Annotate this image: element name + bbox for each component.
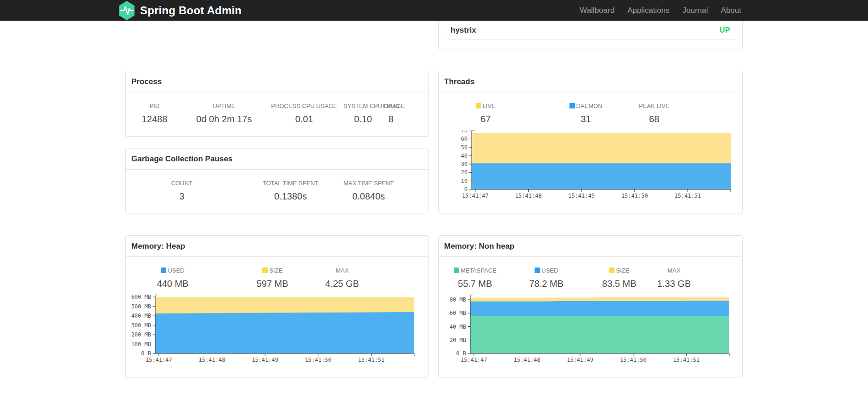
legend-value: 68 — [639, 114, 669, 125]
legend-item: USED 440 MB — [126, 267, 220, 289]
legend-item: USED 78.2 MB — [512, 267, 581, 289]
metric-label: SYSTEM CPU USAGE — [344, 102, 383, 109]
legend-value: 31 — [533, 114, 639, 125]
process-metrics: PID 12488 UPTIME 0d 0h 2m 17s PROCESS CP… — [126, 92, 428, 125]
metric: SYSTEM CPU USAGE 0.10 — [344, 102, 383, 125]
memory-heap-chart: 0 B100 MB200 MB300 MB400 MB500 MB600 MB1… — [126, 295, 421, 366]
metric-value: 0.01 — [265, 114, 344, 125]
heap-legend: USED 440 MB SIZE 597 MB MAX 4.25 GB — [126, 257, 428, 289]
legend-value: 83.5 MB — [581, 279, 657, 289]
svg-text:15:41:51: 15:41:51 — [358, 357, 385, 363]
legend-label: SIZE — [581, 267, 657, 274]
metric-label: UPTIME — [183, 102, 265, 109]
brand-link[interactable]: Spring Boot Admin — [0, 1, 242, 20]
memory-heap-panel: Memory: Heap USED 440 MB SIZE 597 MB MAX… — [125, 235, 428, 377]
svg-text:50: 50 — [461, 144, 468, 151]
svg-text:60 MB: 60 MB — [450, 310, 466, 316]
legend-item: PEAK LIVE 68 — [639, 102, 669, 125]
threads-legend: LIVE 67 DAEMON 31 PEAK LIVE 68 — [439, 92, 742, 125]
legend-label: DAEMON — [533, 102, 639, 109]
legend-label: SIZE — [220, 267, 325, 274]
svg-text:500 MB: 500 MB — [131, 303, 151, 310]
legend-swatch-icon — [161, 268, 166, 273]
metric-label: PROCESS CPU USAGE — [265, 102, 344, 109]
legend-value: 440 MB — [126, 279, 220, 289]
legend-swatch-icon — [454, 268, 459, 273]
nav-link[interactable]: About — [715, 0, 748, 21]
svg-text:15:41:49: 15:41:49 — [567, 357, 593, 363]
legend-label: USED — [512, 267, 581, 274]
nav-link[interactable]: Wallboard — [573, 0, 621, 21]
svg-text:100 MB: 100 MB — [131, 341, 151, 347]
svg-text:60: 60 — [461, 136, 468, 142]
memory-nonheap-panel: Memory: Non heap METASPACE 55.7 MB USED … — [438, 235, 743, 377]
svg-text:15:41:48: 15:41:48 — [515, 193, 542, 199]
svg-text:40: 40 — [461, 153, 468, 159]
svg-text:20 MB: 20 MB — [450, 337, 466, 343]
metric: COUNT 3 — [126, 180, 237, 202]
threads-chart: 01020304050607015:41:4715:41:4815:41:491… — [442, 131, 737, 202]
legend-value: 67 — [439, 114, 533, 125]
svg-text:10: 10 — [461, 178, 468, 184]
metric-label: TOTAL TIME SPENT — [237, 180, 343, 187]
legend-swatch-icon — [262, 268, 268, 273]
metric-value: 0.10 — [344, 114, 383, 125]
legend-item: MAX 4.25 GB — [325, 267, 359, 289]
process-panel: Process PID 12488 UPTIME 0d 0h 2m 17s PR… — [125, 71, 428, 137]
metric-label: COUNT — [126, 180, 237, 187]
svg-text:40 MB: 40 MB — [450, 324, 466, 330]
svg-text:300 MB: 300 MB — [131, 322, 151, 329]
svg-text:0 B: 0 B — [456, 350, 466, 357]
metric-value: 8 — [383, 114, 399, 125]
svg-text:15:41:48: 15:41:48 — [199, 357, 225, 363]
panel-title: Process — [126, 71, 428, 92]
nav-link[interactable]: Applications — [621, 0, 676, 21]
metric-value: 12488 — [126, 114, 183, 125]
svg-text:15:41:47: 15:41:47 — [462, 193, 489, 199]
svg-text:15:41:50: 15:41:50 — [305, 357, 332, 363]
svg-text:30: 30 — [461, 161, 468, 167]
legend-swatch-icon — [535, 268, 540, 273]
metric-label: MAX TIME SPENT — [344, 180, 394, 187]
health-service-name: hystrix — [451, 26, 476, 35]
metric: PROCESS CPU USAGE 0.01 — [265, 102, 344, 125]
legend-item: METASPACE 55.7 MB — [439, 267, 512, 289]
nonheap-legend: METASPACE 55.7 MB USED 78.2 MB SIZE 83.5… — [439, 257, 742, 289]
metric-value: 0.1380s — [237, 191, 343, 202]
metric: PID 12488 — [126, 102, 183, 125]
legend-item: LIVE 67 — [439, 102, 533, 125]
svg-text:15:41:49: 15:41:49 — [252, 357, 278, 363]
svg-text:15:41:50: 15:41:50 — [620, 357, 647, 363]
spring-boot-admin-logo-icon — [118, 1, 135, 20]
legend-swatch-icon — [476, 103, 481, 108]
health-row-hystrix: hystrix UP — [446, 21, 735, 40]
svg-text:200 MB: 200 MB — [131, 331, 151, 338]
metric: TOTAL TIME SPENT 0.1380s — [237, 180, 343, 202]
legend-item: SIZE 83.5 MB — [581, 267, 657, 289]
gc-metrics: COUNT 3 TOTAL TIME SPENT 0.1380s MAX TIM… — [126, 170, 428, 202]
metric: CPUS 8 — [383, 102, 399, 125]
svg-text:15:41:49: 15:41:49 — [568, 193, 595, 199]
legend-value: 4.25 GB — [325, 279, 359, 289]
legend-label: LIVE — [439, 102, 533, 109]
svg-text:400 MB: 400 MB — [131, 313, 151, 319]
legend-value: 78.2 MB — [512, 279, 581, 289]
metric-value: 0.0840s — [344, 191, 394, 202]
legend-swatch-icon — [569, 103, 575, 108]
nav-link[interactable]: Journal — [676, 0, 715, 21]
svg-text:15:41:51: 15:41:51 — [673, 357, 700, 363]
legend-item: SIZE 597 MB — [220, 267, 325, 289]
panel-title: Threads — [439, 71, 742, 92]
svg-text:0: 0 — [464, 186, 468, 193]
legend-label: MAX — [657, 267, 691, 274]
svg-text:70: 70 — [461, 131, 468, 134]
legend-label: MAX — [325, 267, 359, 274]
svg-text:15:41:50: 15:41:50 — [621, 193, 648, 199]
app-title: Spring Boot Admin — [140, 4, 242, 17]
memory-nonheap-chart: 0 B20 MB40 MB60 MB80 MB15:41:4715:41:481… — [441, 295, 736, 366]
svg-text:15:41:51: 15:41:51 — [675, 193, 701, 199]
status-badge: UP — [720, 26, 730, 34]
svg-text:15:41:47: 15:41:47 — [146, 357, 172, 363]
panel-title: Garbage Collection Pauses — [126, 148, 428, 170]
legend-value: 1.33 GB — [657, 279, 691, 289]
